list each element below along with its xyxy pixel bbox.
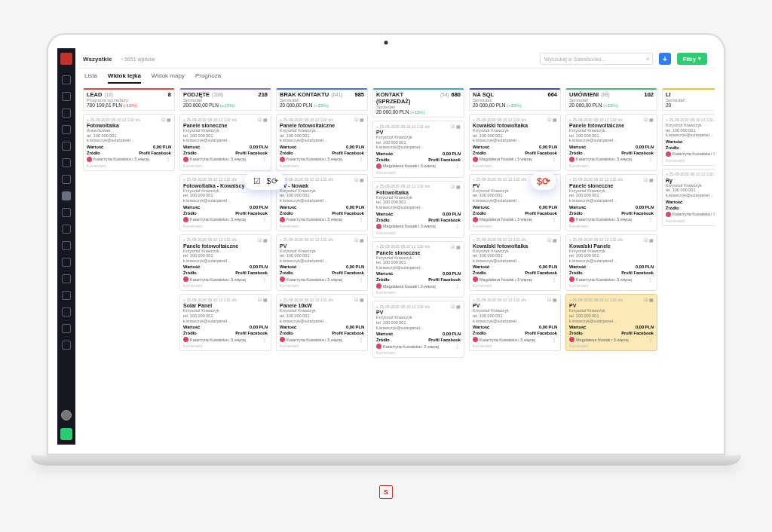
lead-card[interactable]: + 25-08-2020 08:10:12 132 dni ☑▦ Panele … (179, 114, 271, 171)
clipboard-icon[interactable]: ☑ (547, 237, 551, 243)
calendar-icon[interactable]: ▦ (649, 297, 654, 302)
clipboard-icon[interactable]: ☑ (644, 177, 648, 182)
help-badge[interactable] (60, 428, 72, 440)
card-menu[interactable]: ⋮ (552, 157, 557, 161)
nav-icon[interactable] (62, 241, 71, 250)
nav-icon[interactable] (62, 191, 71, 200)
nav-icon[interactable] (62, 109, 71, 118)
calendar-icon[interactable]: ▦ (360, 237, 364, 243)
lead-card[interactable]: + 25-08-2020 08:10:12 132 dni ☑▦ PV Krzy… (565, 294, 657, 351)
clipboard-icon[interactable]: ☑ (258, 117, 262, 122)
nav-icon[interactable] (62, 208, 71, 217)
card-menu[interactable]: ⋮ (648, 157, 654, 161)
card-menu[interactable]: ⋮ (552, 277, 557, 282)
calendar-icon[interactable]: ▦ (456, 184, 461, 189)
card-menu[interactable]: ⋮ (359, 338, 364, 342)
card-menu[interactable]: ⋮ (455, 284, 461, 289)
calendar-icon[interactable]: ▦ (553, 237, 557, 243)
calendar-icon[interactable]: ▦ (360, 297, 364, 302)
card-menu[interactable]: ⋮ (455, 224, 461, 228)
nav-icon[interactable] (62, 324, 71, 333)
card-menu[interactable]: ⋮ (455, 164, 461, 168)
app-logo[interactable] (60, 53, 72, 65)
lead-card[interactable]: + 25-08-2020 08:10:12 132 dni ☑▦ PV - No… (276, 174, 368, 231)
clipboard-icon[interactable]: ☑ (644, 297, 648, 302)
clipboard-icon[interactable]: ☑ (354, 177, 358, 182)
lead-card[interactable]: + 25-08-2020 08:10:12 132 dni ☑▦ Kowalsk… (469, 114, 561, 171)
clipboard-icon[interactable]: ☑ (258, 237, 262, 243)
card-menu[interactable]: ⋮ (552, 338, 557, 342)
lead-card[interactable]: + 25-08-2020 08:10:12 132 dni ☑▦ Panele … (276, 294, 368, 351)
lead-card[interactable]: + 25-08-2020 08:10:12 132 dni ☑▦ Solar P… (179, 294, 271, 351)
tab-lista[interactable]: Lista (84, 72, 97, 84)
nav-icon[interactable] (62, 125, 71, 134)
tab-prognoza[interactable]: Prognoza (195, 72, 221, 84)
calendar-icon[interactable]: ▦ (263, 117, 268, 122)
lead-card[interactable]: + 25-08-2020 08:10:12 132 dni ☑▦ Panele … (276, 114, 368, 171)
clipboard-icon[interactable]: ☑ (354, 117, 358, 122)
lead-card[interactable]: + 25-08-2020 08:10:12 132 dni ☑▦ Fotowol… (83, 114, 175, 171)
card-menu[interactable]: ⋮ (166, 157, 171, 161)
clipboard-icon[interactable]: ☑ (644, 237, 648, 243)
nav-icon[interactable] (62, 274, 71, 283)
calendar-icon[interactable]: ▦ (553, 297, 557, 302)
clipboard-icon[interactable]: ☑ (451, 124, 455, 129)
lead-card[interactable]: + 25-08-2020 08:10:12 132 dni ☑▦ Panele … (565, 114, 657, 171)
clipboard-icon[interactable]: ☑ (451, 244, 455, 249)
card-menu[interactable]: ⋮ (552, 217, 557, 222)
nav-icon[interactable] (62, 92, 71, 101)
nav-icon[interactable] (62, 158, 71, 167)
card-menu[interactable]: ⋮ (455, 344, 461, 349)
lead-card[interactable]: + 25-08-2020 08:10:12 132 dni ☑▦ Panele … (565, 174, 657, 231)
lead-card[interactable]: + 25-08-2020 08:10:12 132 dni ☑▦ Panele … (372, 241, 464, 298)
card-menu[interactable]: ⋮ (359, 157, 364, 161)
card-menu[interactable]: ⋮ (648, 217, 654, 222)
lead-card[interactable]: + 25-08-2020 08:10:12 132 dni ☑▦ Kowalsk… (469, 234, 561, 292)
card-menu[interactable]: ⋮ (648, 338, 654, 342)
nav-icon[interactable] (62, 258, 71, 267)
calendar-icon[interactable]: ▦ (263, 297, 268, 302)
nav-icon[interactable] (62, 225, 71, 234)
nav-icon[interactable] (62, 291, 71, 300)
clipboard-icon[interactable]: ☑ (644, 117, 648, 122)
calendar-icon[interactable]: ▦ (360, 117, 364, 122)
calendar-icon[interactable]: ▦ (456, 244, 461, 249)
tab-widok-lejka[interactable]: Widok lejka (108, 72, 141, 84)
lead-card[interactable]: + 25-08-2020 08:10:12 132 dni ☑▦ PV Krzy… (372, 301, 464, 358)
lead-card[interactable]: + 25-08-2020 08:10:12 132 dni ☑▦ PV Krzy… (372, 121, 464, 178)
lead-card[interactable]: + 25-08-2020 08:10:12 132 dni ☑▦ Panele … (179, 234, 271, 292)
clipboard-icon[interactable]: ☑ (451, 304, 455, 309)
nav-icon[interactable] (62, 142, 71, 151)
calendar-icon[interactable]: ▦ (456, 124, 461, 129)
calendar-icon[interactable]: ▦ (360, 177, 364, 182)
breadcrumb-root[interactable]: Wszystkie (83, 56, 112, 63)
card-menu[interactable]: ⋮ (359, 277, 364, 282)
add-button[interactable]: + (659, 53, 671, 65)
calendar-icon[interactable]: ▦ (167, 117, 171, 122)
lead-card[interactable]: + 25-08-2020 08:10:12 132 dni ☑▦ Fotowol… (372, 181, 464, 238)
lead-card[interactable]: + 25-08-2020 08:10:12 132 dni ☑▦ PV Krzy… (469, 294, 561, 351)
card-menu[interactable]: ⋮ (262, 277, 268, 282)
calendar-icon[interactable]: ▦ (649, 237, 654, 243)
calendar-icon[interactable]: ▦ (263, 237, 268, 243)
nav-icon[interactable] (62, 307, 71, 316)
tab-widok-mapy[interactable]: Widok mapy (152, 72, 185, 84)
calendar-icon[interactable]: ▦ (649, 117, 654, 122)
card-menu[interactable]: ⋮ (262, 217, 268, 222)
lead-card[interactable]: + 25-08-2020 08:10:12 132 dni ☑▦ PV Krzy… (276, 234, 368, 292)
card-menu[interactable]: ⋮ (262, 338, 268, 342)
card-menu[interactable]: ⋮ (359, 217, 364, 222)
nav-icon[interactable] (62, 175, 71, 184)
filter-button[interactable]: Filtry ▾ (677, 53, 707, 65)
clipboard-icon[interactable]: ☑ (258, 297, 262, 302)
clipboard-icon[interactable]: ☑ (451, 184, 455, 189)
card-menu[interactable]: ⋮ (262, 157, 268, 161)
nav-icon[interactable] (62, 75, 71, 84)
user-avatar[interactable] (61, 410, 72, 420)
clipboard-icon[interactable]: ☑ (547, 297, 551, 302)
lead-card[interactable]: + 25-08-2020 08:10:12 132 dni ☑▦ Krzyszt… (662, 114, 715, 166)
clipboard-icon[interactable]: ☑ (161, 117, 165, 122)
nav-icon[interactable] (62, 341, 71, 350)
lead-card[interactable]: + 25-08-2020 08:10:12 132 dni ☑▦ Ry Krzy… (662, 169, 715, 226)
clipboard-icon[interactable]: ☑ (354, 237, 358, 243)
